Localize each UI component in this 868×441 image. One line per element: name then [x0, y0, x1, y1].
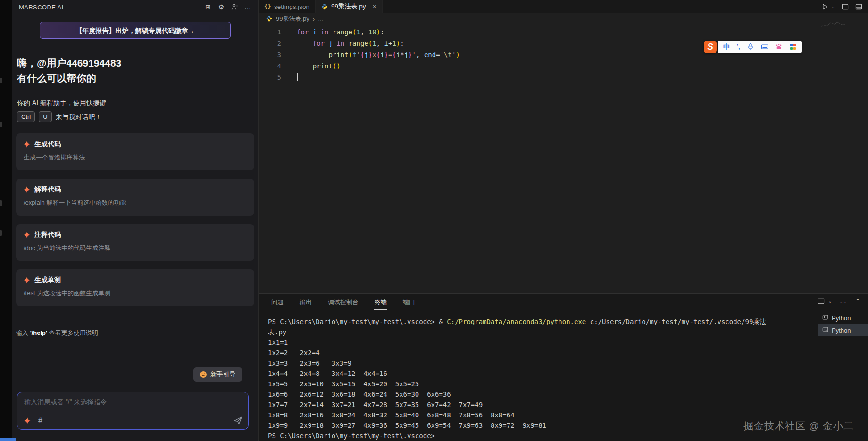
- terminal-item-label: Python: [832, 315, 851, 322]
- key-ctrl: Ctrl: [17, 111, 35, 122]
- new-chat-icon[interactable]: ⊞: [204, 3, 212, 11]
- prompt-card-1[interactable]: 生成代码生成一个冒泡排序算法: [16, 133, 254, 170]
- spark-icon: [24, 277, 30, 283]
- terminal-line: 1x1=1: [268, 337, 815, 348]
- breadcrumb-file[interactable]: 99乘法表.py: [276, 15, 309, 23]
- chat-input[interactable]: 输入消息或者 "/" 来选择指令 #: [17, 392, 249, 430]
- ime-punctuation-icon[interactable]: ’,: [737, 43, 740, 50]
- sogou-logo-icon[interactable]: S: [704, 41, 717, 53]
- greeting-line2: 有什么可以帮你的: [17, 71, 253, 86]
- panel-tab-端口[interactable]: 端口: [402, 294, 416, 310]
- panel-more-icon[interactable]: …: [839, 297, 847, 305]
- tab-label: settings.json: [274, 3, 309, 10]
- ime-keyboard-icon[interactable]: [761, 43, 768, 50]
- activity-icon[interactable]: [0, 78, 2, 83]
- terminal-icon: [822, 326, 828, 334]
- spark-icon: [24, 232, 30, 238]
- card-desc: /doc 为当前选中的代码生成注释: [24, 244, 247, 252]
- spark-icon[interactable]: [24, 417, 31, 424]
- layout-panel-icon[interactable]: [855, 3, 862, 10]
- ime-mic-icon[interactable]: [747, 43, 754, 50]
- python-file-icon: [321, 3, 328, 10]
- terminal-line: 1x7=7 2x7=14 3x7=21 4x7=28 5x7=35 6x7=42…: [268, 399, 815, 410]
- activity-bar[interactable]: [0, 0, 12, 441]
- send-icon[interactable]: [234, 416, 242, 425]
- annual-report-banner[interactable]: 【年度报告】出炉，解锁专属代码徽章→: [40, 22, 231, 39]
- greeting: 嗨，@用户4469194483 有什么可以帮你的: [17, 56, 253, 86]
- panel-tab-调试控制台[interactable]: 调试控制台: [327, 294, 359, 310]
- line-number: 5: [259, 72, 281, 83]
- run-python-file-icon[interactable]: [821, 3, 829, 10]
- terminal-list-item[interactable]: Python: [818, 324, 868, 336]
- ime-skin-paw-icon[interactable]: [775, 43, 783, 50]
- ime-toolbox-icon[interactable]: [789, 43, 797, 50]
- code-text: for j in range(1, i+1):: [281, 38, 404, 49]
- terminal-line: PS C:\Users\Dario\my-test\my-test\.vscod…: [268, 316, 815, 327]
- terminal-line: 1x4=4 2x4=8 3x4=12 4x4=16: [268, 368, 815, 379]
- tab-label: 99乘法表.py: [331, 2, 366, 11]
- smiley-icon: [200, 371, 207, 378]
- remote-status-chip[interactable]: [0, 438, 16, 441]
- maximize-panel-icon[interactable]: ⌃: [854, 297, 861, 305]
- guide-button-label: 新手引导: [210, 370, 236, 379]
- terminal-list-item[interactable]: Python: [818, 312, 868, 324]
- code-line[interactable]: 1for i in range(1, 10):: [259, 26, 868, 38]
- terminal-line: 1x3=3 2x3=6 3x3=9: [268, 358, 815, 368]
- panel-tab-问题[interactable]: 问题: [271, 294, 284, 310]
- close-tab-icon[interactable]: ×: [373, 3, 376, 10]
- code-text: print(): [281, 60, 341, 72]
- sogou-ime-toolbar[interactable]: S 中 ’,: [704, 40, 802, 53]
- ai-panel-header: MARSCODE AI ⊞ ⚙ …: [12, 0, 258, 14]
- terminal-item-label: Python: [832, 327, 851, 334]
- activity-icon[interactable]: [0, 230, 2, 236]
- account-add-icon[interactable]: [231, 3, 238, 11]
- activity-icon[interactable]: [0, 200, 2, 206]
- prompt-card-3[interactable]: 注释代码/doc 为当前选中的代码生成注释: [16, 224, 254, 261]
- code-text: for i in range(1, 10):: [281, 26, 384, 38]
- code-line[interactable]: 4 print(): [259, 60, 868, 72]
- card-desc: /explain 解释一下当前选中函数的功能: [24, 199, 247, 207]
- tab-99乘法表.py[interactable]: 99乘法表.py×: [316, 0, 383, 13]
- card-desc: /test 为这段选中的函数生成单测: [24, 289, 247, 298]
- terminal-line: 表.py: [268, 327, 815, 337]
- help-hint-command: '/help': [30, 329, 48, 336]
- text-cursor: [297, 73, 298, 81]
- prompt-card-4[interactable]: 生成单测/test 为这段选中的函数生成单测: [16, 269, 254, 306]
- panel-title: MARSCODE AI: [19, 4, 64, 11]
- breadcrumb-separator: ›: [313, 16, 315, 23]
- terminal-line: PS C:\Users\Dario\my-test\my-test\.vscod…: [268, 431, 815, 441]
- split-editor-icon[interactable]: [841, 3, 849, 10]
- panel-tab-终端[interactable]: 终端: [374, 294, 387, 310]
- terminal-output[interactable]: PS C:\Users\Dario\my-test\my-test\.vscod…: [268, 316, 815, 441]
- breadcrumb[interactable]: 99乘法表.py › ...: [259, 13, 868, 25]
- split-terminal-icon[interactable]: [818, 297, 825, 305]
- run-dropdown-icon[interactable]: ⌄: [831, 4, 835, 9]
- card-title: 生成单测: [34, 276, 61, 284]
- terminal-dropdown-icon[interactable]: ⌄: [828, 299, 832, 304]
- code-area[interactable]: 1for i in range(1, 10):2 for j in range(…: [259, 25, 868, 83]
- help-hint-prefix: 输入: [16, 329, 30, 336]
- code-line[interactable]: 5: [259, 72, 868, 83]
- context-hash-button[interactable]: #: [38, 416, 42, 425]
- editor-tabs: {}settings.json99乘法表.py×: [259, 0, 383, 13]
- ime-language-icon[interactable]: 中: [723, 42, 730, 51]
- line-number: 4: [259, 60, 281, 72]
- community-watermark: 掘金技术社区 @ 金小二: [743, 419, 854, 433]
- line-number: 1: [259, 26, 281, 38]
- helper-prefix: 你的 AI 编程助手，使用快捷键: [17, 98, 253, 108]
- card-title: 生成代码: [34, 140, 61, 149]
- terminal-line: 1x5=5 2x5=10 3x5=15 4x5=20 5x5=25: [268, 379, 815, 389]
- more-icon[interactable]: …: [244, 3, 251, 11]
- settings-gear-icon[interactable]: ⚙: [217, 3, 225, 11]
- prompt-card-2[interactable]: 解释代码/explain 解释一下当前选中函数的功能: [16, 179, 254, 216]
- card-title: 解释代码: [34, 185, 61, 194]
- key-u: U: [39, 111, 51, 122]
- helper-text: 你的 AI 编程助手，使用快捷键 Ctrl U 来与我对话吧！: [17, 98, 253, 122]
- beginner-guide-button[interactable]: 新手引导: [193, 367, 242, 382]
- panel-tab-输出[interactable]: 输出: [299, 294, 312, 310]
- vscode-window: MARSCODE AI ⊞ ⚙ … 【年度报告】出炉，解锁专属代码徽章→ 嗨，@…: [0, 0, 868, 441]
- tab-settings.json[interactable]: {}settings.json: [259, 0, 316, 13]
- help-hint-suffix: 查看更多使用说明: [47, 329, 98, 336]
- breadcrumb-more[interactable]: ...: [318, 16, 323, 23]
- activity-icon[interactable]: [0, 122, 2, 127]
